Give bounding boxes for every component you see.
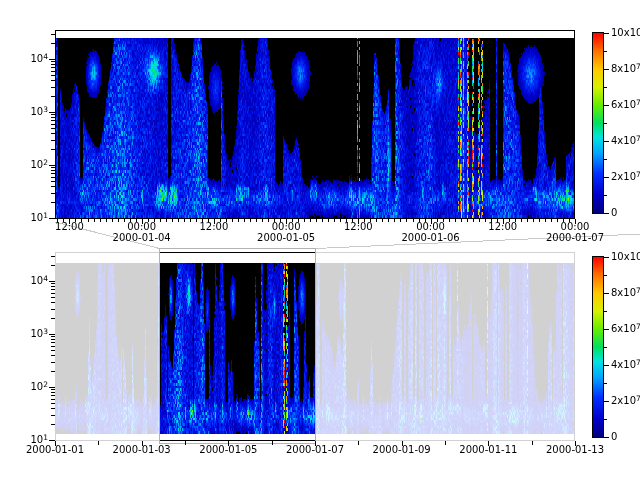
y-tick-label: 102: [0, 159, 48, 171]
x-tick-label-date: 2000-01-09: [357, 444, 447, 455]
x-tick-label-date: 2000-01-06: [386, 232, 476, 243]
y-tick-label: 102: [0, 381, 48, 393]
colorbar-tick-label: 2x107: [611, 171, 640, 183]
exponent: 1: [43, 433, 48, 442]
exponent: 2: [43, 158, 48, 167]
context-colorbar: [592, 256, 604, 438]
y-tick-label: 104: [0, 53, 48, 65]
y-tick-label: 104: [0, 275, 48, 287]
y-tick-label: 101: [0, 212, 48, 224]
colorbar-tick-label: 6x107: [611, 323, 640, 335]
x-tick-label-time: 00:00: [530, 221, 620, 232]
exponent: 7: [636, 98, 640, 107]
y-tick-label: 103: [0, 328, 48, 340]
detail-heatmap: [56, 31, 574, 218]
y-tick-label: 101: [0, 434, 48, 446]
x-tick-label-date: 2000-01-04: [97, 232, 187, 243]
x-tick-label-date: 2000-01-07: [270, 444, 360, 455]
exponent: 2: [43, 380, 48, 389]
spectrogram-figure: 12:0000:002000-01-0412:0000:002000-01-05…: [0, 0, 640, 480]
exponent: 4: [43, 52, 48, 61]
colorbar-tick-label: 4x107: [611, 135, 640, 147]
exponent: 3: [43, 105, 48, 114]
colorbar-tick-label: 0: [611, 207, 617, 218]
exponent: 7: [636, 286, 640, 295]
x-tick-label-date: 2000-01-11: [443, 444, 533, 455]
exponent: 1: [43, 211, 48, 220]
x-tick-label-date: 2000-01-05: [241, 232, 331, 243]
exponent: 7: [636, 134, 640, 143]
x-tick-label-date: 2000-01-03: [97, 444, 187, 455]
colorbar-tick-label: 4x107: [611, 359, 640, 371]
exponent: 7: [636, 170, 640, 179]
selection-box[interactable]: [160, 249, 316, 444]
colorbar-tick-label: 8x107: [611, 63, 640, 75]
y-tick-label: 103: [0, 106, 48, 118]
detail-colorbar: [592, 32, 604, 214]
x-tick-label-date: 2000-01-05: [183, 444, 273, 455]
exponent: 7: [636, 394, 640, 403]
exponent: 7: [636, 62, 640, 71]
x-tick-label-date: 2000-01-07: [530, 232, 620, 243]
exponent: 7: [636, 322, 640, 331]
colorbar-tick-label: 0: [611, 431, 617, 442]
exponent: 3: [43, 327, 48, 336]
colorbar-tick-label: 10x107: [611, 251, 640, 263]
colorbar-tick-label: 6x107: [611, 99, 640, 111]
colorbar-tick-label: 2x107: [611, 395, 640, 407]
colorbar-tick-label: 10x107: [611, 27, 640, 39]
x-tick-label-date: 2000-01-13: [530, 444, 620, 455]
exponent: 4: [43, 274, 48, 283]
exponent: 7: [636, 358, 640, 367]
colorbar-tick-label: 8x107: [611, 287, 640, 299]
